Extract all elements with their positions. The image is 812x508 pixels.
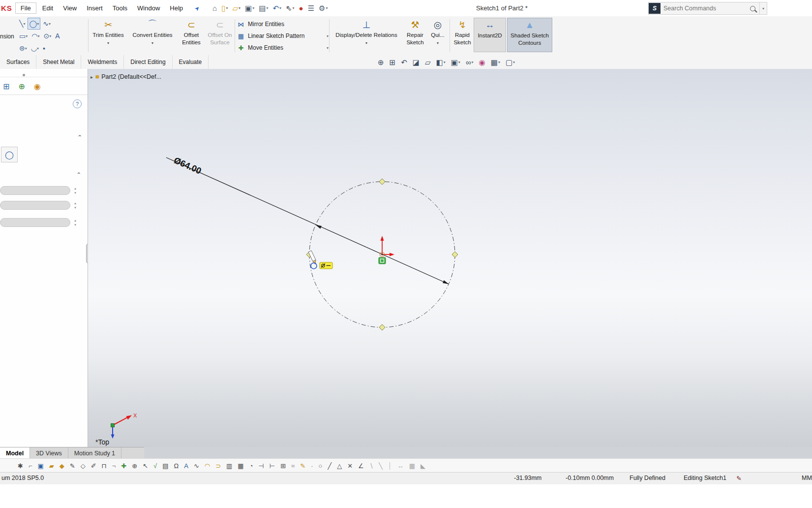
view-tool-button[interactable]: ⊕ [378,59,384,66]
chevron-down-icon[interactable] [107,41,109,45]
sketch-tool-icon[interactable]: ↖ [143,463,148,469]
chevron-down-icon[interactable] [326,6,328,10]
sketch-tool-icon[interactable]: ✐ [91,463,96,469]
sketch-tool-icon[interactable]: ▣ [38,463,44,469]
toolbar-button[interactable]: ▯ [221,4,228,12]
spinner-down-icon[interactable] [72,205,79,210]
sketch-tool-icon[interactable]: ⊓ [102,463,107,469]
sketch-tool-button[interactable]: A [54,30,61,42]
parameter-field[interactable] [0,201,70,210]
smart-dimension-label-partial[interactable]: nsion [0,33,14,40]
chevron-down-icon[interactable] [365,41,367,45]
linear-sketch-pattern-button[interactable]: ▦ Linear Sketch Pattern [237,30,329,42]
sketch-tool-icon[interactable]: ◣ [421,463,425,469]
sketch-tool-button[interactable]: ▭ [18,30,29,42]
chevron-down-icon[interactable] [49,34,51,38]
sketch-tool-button[interactable]: ◯ [28,18,40,30]
menu-item[interactable]: Insert [82,3,108,13]
sketch-tool-icon[interactable]: ∿ [194,463,199,469]
toolbar-button[interactable]: ⌂ [212,4,217,12]
mirror-entities-button[interactable]: ⋈ Mirror Entities [237,18,329,30]
sketch-tool-icon[interactable]: ╱ [328,463,331,469]
menu-item[interactable]: Tools [108,3,132,13]
sketch-tool-icon[interactable]: ∠ [358,463,364,469]
commandmanager-tab[interactable]: Sheet Metal [36,55,81,69]
view-tool-button[interactable]: ◪ [413,59,420,66]
toolbar-button[interactable]: ⚙ [319,4,328,12]
sketch-tool-icon[interactable]: ◇ [81,463,86,469]
sketch-tool-icon[interactable]: ▤ [162,463,168,469]
sketch-tool-icon[interactable]: ▰ [49,463,54,469]
units-label[interactable]: MM [802,475,812,481]
search-input[interactable] [661,5,750,12]
commandmanager-tab[interactable]: Weldments [81,55,124,69]
sketch-tool-icon[interactable]: ✕ [347,463,353,469]
parameter-field[interactable] [0,218,70,227]
sketch-tool-icon[interactable]: △ [337,463,342,469]
parameter-field[interactable] [0,186,70,195]
commandmanager-tab[interactable]: Evaluate [173,55,209,69]
sketch-tool-icon[interactable]: ○ [318,463,322,469]
sketch-tool-icon[interactable]: ⊞ [280,463,286,469]
sketch-tool-icon[interactable]: ¬ [112,463,116,469]
chevron-down-icon[interactable] [151,41,153,45]
toolbar-button[interactable]: ▱ [232,4,241,12]
sketch-tool-icon[interactable]: ◠ [205,463,210,469]
quadrant-handle[interactable] [452,252,458,257]
spinner-up-icon[interactable] [72,186,79,190]
sketch-tool-icon[interactable]: ∖ [369,463,373,469]
commandmanager-tab[interactable]: Direct Editing [124,55,172,69]
chevron-down-icon[interactable] [472,60,474,64]
sketch-tool-button[interactable]: ◡ [30,42,40,54]
diameter-dimension[interactable]: Ø64.00 [166,155,449,284]
sketch-tool-icon[interactable]: Ω [174,463,179,469]
pin-icon[interactable] [193,4,202,12]
sketch-tool-icon[interactable]: ◔ [249,463,253,469]
search-options[interactable] [759,2,767,14]
document-tab[interactable]: Motion Study 1 [68,447,121,459]
view-tool-button[interactable]: ⊞ [390,59,396,66]
move-entities-button[interactable]: ✚ Move Entities [237,42,329,54]
sketch-tool-button[interactable]: ╲ [18,18,27,30]
sketch-tool-button[interactable]: ⊜ [18,42,29,54]
offset-entities-button[interactable]: ⊂ Offset Entities [178,18,205,52]
view-tool-button[interactable]: ▦ [491,59,500,66]
chevron-down-icon[interactable] [279,6,281,10]
menu-item[interactable]: Help [165,3,188,13]
sketch-tool-icon[interactable]: ▦ [409,463,415,469]
sketch-tool-icon[interactable]: ↔ [397,463,404,469]
sketch-tool-icon[interactable]: ✚ [121,463,126,469]
toolbar-button[interactable]: ▣ [245,4,254,12]
sketch-tool-button[interactable]: ⊙ [42,30,53,42]
instant2d-button[interactable]: ↔ Instant2D [474,18,506,52]
rapid-sketch-button[interactable]: ↯ Rapid Sketch [451,18,474,52]
view-tool-button[interactable]: ▣ [451,59,460,66]
chevron-down-icon[interactable] [444,60,446,64]
menu-item[interactable]: Window [132,3,165,13]
chevron-down-icon[interactable] [37,34,39,38]
view-tool-button[interactable]: ▱ [425,59,431,66]
chevron-down-icon[interactable] [25,46,27,51]
sketch-tool-icon[interactable]: ⊕ [132,463,137,469]
toolbar-button[interactable]: ● [299,4,303,12]
sketch-tool-icon[interactable]: · [311,463,313,469]
chevron-down-icon[interactable] [458,60,460,64]
chevron-down-icon[interactable] [437,41,439,45]
display-delete-relations-button[interactable]: ⊥ Display/Delete Relations [331,18,402,52]
convert-entities-button[interactable]: ⌒ Convert Entities [128,18,177,52]
dimension-text[interactable]: Ø64.00 [172,155,203,176]
chevron-down-icon[interactable] [266,6,268,10]
view-tool-button[interactable]: ◉ [479,59,485,66]
sketch-origin[interactable] [380,236,395,257]
sketch-tool-button[interactable]: ∿ [41,18,52,30]
sketch-tool-icon[interactable]: ╲ [379,463,383,469]
collapse-group-button[interactable] [75,172,83,178]
collapse-group-button[interactable] [76,135,84,141]
sketch-tool-button[interactable]: ◠ [30,30,41,42]
help-icon[interactable]: ? [73,99,82,108]
view-tool-button[interactable]: ▢ [506,59,515,66]
sketch-tool-icon[interactable]: ✎ [300,463,305,469]
sketch-tool-icon[interactable]: ⊃ [215,463,221,469]
feature-manager-tab-icon[interactable]: ◉ [34,83,41,91]
chevron-down-icon[interactable] [252,6,254,10]
